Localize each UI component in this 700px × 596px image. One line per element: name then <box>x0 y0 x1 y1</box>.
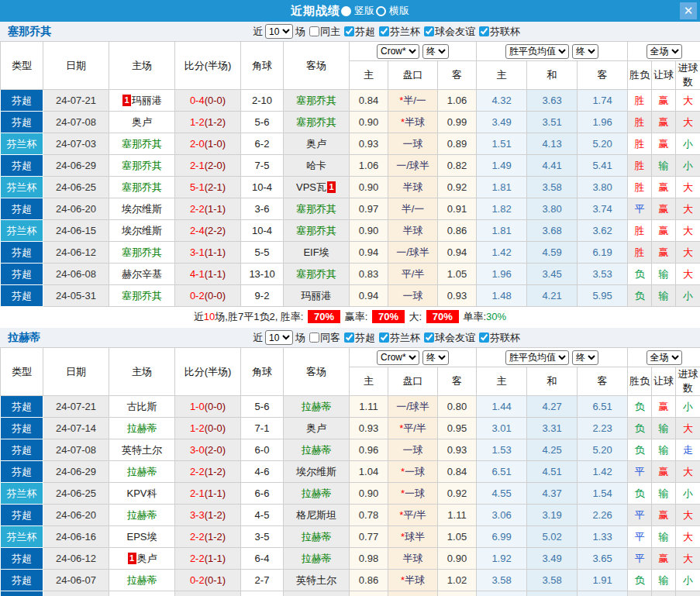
same-venue-checkbox[interactable]: 同主 <box>308 25 340 39</box>
vertical-layout-label[interactable]: 竖版 <box>354 4 374 18</box>
league-checkbox-0[interactable]: 芬超 <box>343 25 375 39</box>
league-checkbox-0[interactable]: 芬超 <box>343 331 375 345</box>
team-label: 拉赫蒂 <box>127 574 157 586</box>
avg-home-odds: 4.32 <box>477 90 527 112</box>
home-team-cell: EPS埃 <box>109 526 175 548</box>
league-checkbox-3[interactable]: 芬联杯 <box>478 25 520 39</box>
avg-away-odds: 1.96 <box>578 112 628 133</box>
avg-home-odds: 1.96 <box>477 264 527 285</box>
avg-home-odds: 1.92 <box>477 591 527 596</box>
avg-home-odds: 1.81 <box>477 220 527 242</box>
league-checkbox-input[interactable] <box>379 332 389 343</box>
handicap-home-odds: 0.90 <box>350 220 388 242</box>
handicap-final-select[interactable]: 终 <box>422 350 449 365</box>
sub-column-header: 客 <box>578 367 628 396</box>
team-label: EPS埃 <box>126 531 157 543</box>
handicap-away-odds: 1.05 <box>438 264 477 285</box>
team-label: 玛丽港 <box>302 290 332 301</box>
handicap-home-odds: 0.98 <box>350 548 388 570</box>
team-label: EIF埃 <box>303 246 329 258</box>
column-header: 主场 <box>109 348 175 396</box>
handicap-line: *半球 <box>388 570 438 591</box>
league-type-badge: 芬超 <box>1 591 43 596</box>
same-venue-checkbox-input[interactable] <box>309 332 319 343</box>
team-name: 塞那乔其 <box>0 25 51 39</box>
avg-away-odds: 6.51 <box>578 396 628 418</box>
match-date: 24-06-29 <box>43 461 109 483</box>
games-label: 场 <box>295 25 305 39</box>
section-header: 拉赫蒂近10场同客芬超芬兰杯球会友谊芬联杯 <box>0 328 700 347</box>
match-count-select[interactable]: 10 <box>265 24 293 39</box>
scope-select[interactable]: 全场 <box>647 44 682 59</box>
avg-final-select[interactable]: 终 <box>572 44 598 59</box>
avg-away-odds: 1.33 <box>578 526 628 548</box>
home-team-cell: 拉赫蒂 <box>109 461 175 483</box>
horizontal-layout-radio[interactable] <box>376 6 386 16</box>
result-goals: 小 <box>676 285 700 307</box>
league-checkbox-3[interactable]: 芬联杯 <box>478 331 520 345</box>
league-checkbox-input[interactable] <box>344 26 354 36</box>
same-venue-checkbox[interactable]: 同客 <box>308 331 340 345</box>
away-team-cell: 拉赫蒂 <box>284 526 350 548</box>
avg-odds-select[interactable]: 胜平负均值 <box>505 350 569 365</box>
home-team-cell: 1玛丽港 <box>109 90 175 112</box>
avg-header-group: 胜平负均值终 <box>477 348 628 367</box>
team-label: 赫尔辛基 <box>122 268 162 280</box>
handicap-home-odds: 0.90 <box>350 177 388 198</box>
close-icon[interactable]: ✕ <box>680 2 697 19</box>
team-label: 塞那乔其 <box>296 95 336 106</box>
bookmaker-select[interactable]: Crow* <box>377 44 419 59</box>
avg-odds-select[interactable]: 胜平负均值 <box>505 44 569 59</box>
avg-draw-odds: 4.51 <box>527 461 578 483</box>
same-venue-checkbox-input[interactable] <box>309 26 319 36</box>
home-team-cell: 塞那乔其 <box>109 133 175 155</box>
league-checkbox-input[interactable] <box>424 332 434 343</box>
league-checkbox-input[interactable] <box>379 26 389 36</box>
result-wdl: 负 <box>628 418 652 439</box>
sub-column-header: 盘口 <box>388 367 438 396</box>
handicap-line: 平/半 <box>388 264 438 285</box>
league-checkbox-2[interactable]: 球会友谊 <box>422 25 475 39</box>
team-label: 拉赫蒂 <box>302 531 332 543</box>
league-checkbox-input[interactable] <box>479 332 489 343</box>
result-handicap: 输 <box>652 418 676 439</box>
horizontal-layout-label[interactable]: 横版 <box>389 4 409 18</box>
match-date: 24-06-25 <box>43 177 109 198</box>
handicap-away-odds: 0.99 <box>438 112 477 133</box>
league-label: 球会友谊 <box>435 331 475 345</box>
handicap-final-select[interactable]: 终 <box>422 44 449 59</box>
league-checkbox-input[interactable] <box>344 332 354 343</box>
result-goals: 小 <box>676 396 700 418</box>
match-row: 芬超24-06-20拉赫蒂3-3(1-2)4-5格尼斯坦0.78*平/半1.11… <box>1 505 700 526</box>
handicap-away-odds: 0.84 <box>438 461 477 483</box>
handicap-line: 一/球半 <box>388 396 438 418</box>
handicap-line: 一/球半 <box>388 155 438 177</box>
league-checkbox-input[interactable] <box>479 26 489 36</box>
vertical-layout-radio[interactable] <box>341 6 351 16</box>
avg-away-odds: 1.74 <box>578 90 628 112</box>
result-handicap: 赢 <box>652 112 676 133</box>
handicap-line: *平/半 <box>388 418 438 439</box>
league-checkbox-input[interactable] <box>424 26 434 36</box>
away-team-cell: 塞那乔其 <box>284 264 350 285</box>
league-checkbox-2[interactable]: 球会友谊 <box>422 331 475 345</box>
corner-cell: 5-5 <box>241 242 284 264</box>
match-row: 芬超24-07-14拉赫蒂1-2(0-0)7-1奥卢0.93*平/半0.953.… <box>1 418 700 439</box>
handicap-away-odds: 0.90 <box>438 548 477 570</box>
league-checkbox-1[interactable]: 芬兰杯 <box>378 331 420 345</box>
avg-home-odds: 1.51 <box>477 133 527 155</box>
avg-away-odds: 1.91 <box>578 570 628 591</box>
team-label: 塞那乔其 <box>122 138 162 150</box>
match-count-select[interactable]: 10 <box>265 330 293 345</box>
league-type-badge: 芬超 <box>1 242 43 264</box>
match-row: 芬超24-07-08奥卢1-2(1-2)5-6塞那乔其0.90*半球0.993.… <box>1 112 700 133</box>
result-goals: 大 <box>676 198 700 220</box>
avg-final-select[interactable]: 终 <box>572 350 598 365</box>
league-checkbox-1[interactable]: 芬兰杯 <box>378 25 420 39</box>
result-goals: 大 <box>676 526 700 548</box>
scope-select[interactable]: 全场 <box>647 350 682 365</box>
home-team-cell: KPV科 <box>109 483 175 505</box>
avg-home-odds: 1.49 <box>477 155 527 177</box>
bookmaker-select[interactable]: Crow* <box>377 350 419 365</box>
home-team-cell: 格尼斯坦 <box>109 591 175 596</box>
